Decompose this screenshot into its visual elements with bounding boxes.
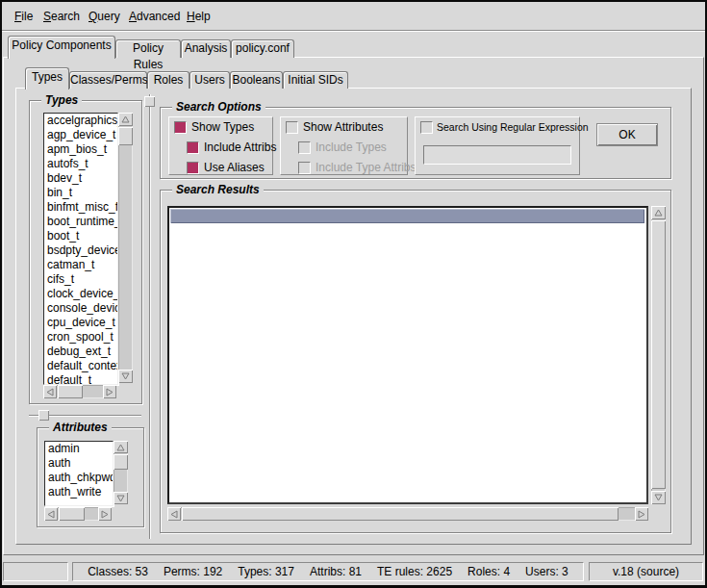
types-list-item[interactable]: cifs_t (44, 272, 117, 287)
types-list-item[interactable]: debug_ext_t (44, 345, 117, 359)
regex-input[interactable] (423, 145, 571, 165)
status-panel-version: v.18 (source) (589, 562, 703, 581)
scroll-left-icon[interactable] (43, 385, 57, 398)
attributes-hscroll-thumb[interactable] (59, 507, 85, 521)
status-panel-left (3, 562, 68, 581)
main-panel-sash-handle[interactable] (144, 96, 155, 107)
menu-advanced-hotkey: A (129, 10, 137, 23)
types-list-item[interactable]: accelgraphics_e (44, 114, 117, 128)
types-list-item[interactable]: clock_device_t (44, 287, 117, 301)
stat-item: Types: 317 (238, 563, 294, 580)
types-list-item[interactable]: default_context (44, 359, 117, 373)
use-aliases-checkbox[interactable] (187, 162, 199, 174)
menu-advanced[interactable]: Advanced (129, 10, 180, 23)
tab-policy-components[interactable]: Policy Components (8, 36, 115, 59)
types-list-item[interactable]: apm_bios_t (44, 142, 117, 157)
types-list-item[interactable]: bsdpty_device_ (44, 243, 117, 258)
show-types-label[interactable]: Show Types (191, 120, 254, 134)
stat-item: Perms: 192 (164, 563, 222, 580)
scroll-right-icon[interactable] (103, 385, 116, 398)
main-panel-sash[interactable] (149, 94, 151, 539)
attributes-groupbox-title: Attributes (49, 421, 112, 434)
results-vscroll-thumb[interactable] (651, 220, 666, 489)
stat-item: TE rules: 2625 (377, 563, 452, 580)
types-list-item[interactable]: boot_t (44, 229, 117, 243)
types-listbox[interactable]: accelgraphics_eagp_device_tapm_bios_taut… (43, 113, 118, 385)
types-list-item[interactable]: agp_device_t (44, 128, 117, 142)
tab-users[interactable]: Users (189, 71, 230, 89)
results-textarea[interactable] (167, 206, 648, 504)
types-vscroll-thumb[interactable] (118, 127, 133, 145)
types-hscrollbar[interactable] (43, 385, 116, 398)
show-attributes-checkbox[interactable] (286, 121, 298, 134)
include-attribs-checkbox[interactable] (187, 141, 199, 154)
scroll-right-icon[interactable] (98, 507, 112, 521)
tab-initial-sids[interactable]: Initial SIDs (283, 71, 348, 89)
scroll-left-icon[interactable] (44, 507, 58, 521)
apol-window: File Search Query Advanced Help Policy C… (0, 0, 707, 588)
policy-stats: Classes: 53Perms: 192Types: 317Attribs: … (73, 563, 583, 580)
attributes-list-item[interactable]: auth_write (45, 485, 113, 499)
attributes-vscrollbar[interactable] (114, 441, 128, 504)
ok-button[interactable]: OK (596, 123, 658, 146)
types-list-item[interactable]: boot_runtime_t (44, 215, 117, 229)
results-vscrollbar[interactable] (651, 206, 666, 504)
scroll-right-icon[interactable] (635, 507, 648, 521)
types-list-item[interactable]: catman_t (44, 258, 117, 272)
types-vscrollbar[interactable] (118, 113, 133, 383)
menu-help-rest: elp (195, 10, 211, 23)
tab-analysis[interactable]: Analysis (181, 39, 231, 58)
types-list-item[interactable]: bin_t (44, 186, 117, 200)
attributes-vscroll-thumb[interactable] (114, 454, 128, 470)
types-list-item[interactable]: default_t (44, 373, 117, 385)
menu-query[interactable]: Query (88, 10, 120, 23)
menu-query-hotkey: Q (88, 10, 97, 23)
menu-search-rest: earch (51, 10, 80, 23)
attributes-list-item[interactable]: auth (45, 456, 113, 471)
types-list-item[interactable]: bdev_t (44, 171, 117, 186)
menu-advanced-rest: dvanced (137, 10, 180, 23)
results-hscrollbar[interactable] (167, 507, 648, 521)
menu-file[interactable]: File (14, 10, 33, 23)
regex-checkbox[interactable] (420, 121, 433, 134)
policy-version: v.18 (source) (590, 563, 702, 580)
show-attributes-label[interactable]: Show Attributes (303, 120, 383, 134)
types-list-item[interactable]: autofs_t (44, 157, 117, 171)
use-aliases-label[interactable]: Use Aliases (204, 161, 265, 174)
tab-policy-conf[interactable]: policy.conf (231, 39, 294, 58)
types-hscroll-thumb[interactable] (58, 385, 83, 398)
types-list-item[interactable]: cpu_device_t (44, 316, 117, 330)
attributes-hscrollbar[interactable] (44, 507, 112, 521)
results-hscroll-thumb[interactable] (182, 507, 619, 521)
stat-item: Users: 3 (525, 563, 568, 580)
include-type-attribs-label: Include Type Attribs (316, 161, 417, 174)
attributes-list-item[interactable]: auth_chkpwd (45, 471, 113, 485)
types-list-item[interactable]: console_device_ (44, 301, 117, 316)
attributes-list-item[interactable]: admin (45, 442, 113, 456)
scroll-left-icon[interactable] (167, 507, 181, 521)
tab-types[interactable]: Types (25, 67, 69, 89)
search-options-title: Search Options (172, 100, 265, 114)
results-selection-bar (170, 209, 644, 223)
types-list-item[interactable]: cron_spool_t (44, 330, 117, 345)
include-attribs-label[interactable]: Include Attribs (204, 141, 276, 154)
menu-help[interactable]: Help (187, 10, 211, 23)
scroll-down-icon[interactable] (118, 370, 133, 383)
tab-roles[interactable]: Roles (147, 71, 189, 89)
scroll-down-icon[interactable] (114, 492, 128, 504)
menu-file-rest: ile (21, 10, 33, 23)
scroll-down-icon[interactable] (651, 491, 666, 504)
types-list-item[interactable]: binfmt_misc_fs (44, 200, 117, 215)
tab-classes-perms[interactable]: Classes/Perms (69, 71, 147, 89)
regex-label[interactable]: Search Using Regular Expression (437, 121, 589, 133)
menu-search[interactable]: Search (43, 10, 80, 23)
attributes-listbox[interactable]: adminauthauth_chkpwdauth_write (44, 441, 114, 506)
show-types-checkbox[interactable] (174, 121, 187, 134)
tab-policy-rules[interactable]: Policy Rules (115, 39, 181, 58)
left-panel-sash-handle[interactable] (38, 410, 49, 421)
scroll-up-icon[interactable] (651, 206, 666, 219)
menu-help-hotkey: H (187, 10, 195, 23)
scroll-up-icon[interactable] (114, 441, 128, 453)
scroll-up-icon[interactable] (118, 113, 133, 126)
tab-booleans[interactable]: Booleans (230, 71, 283, 89)
